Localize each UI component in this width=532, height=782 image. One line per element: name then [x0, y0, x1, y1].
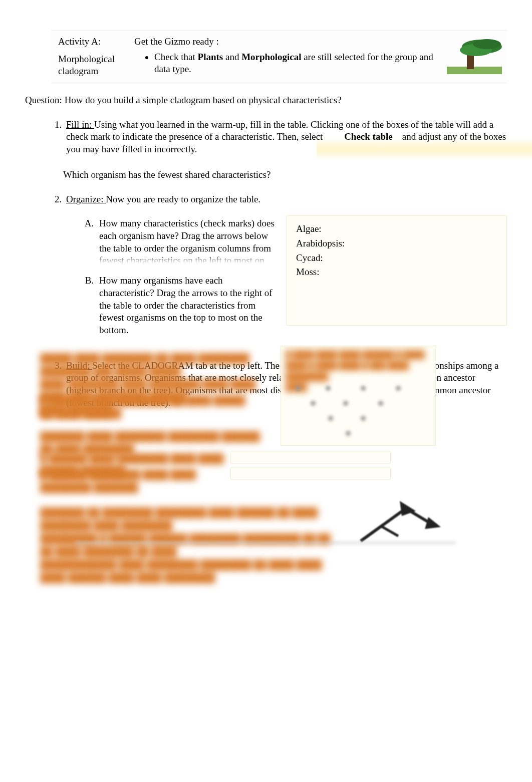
moss-label: Moss:	[296, 266, 497, 279]
gizmo-ready-item: Check that Plants and Morphological are …	[154, 51, 437, 76]
blur-text-6: ███████ ██ ████████ ████████ ████ ██████…	[40, 506, 341, 585]
main-ordered-list: Fill in: Using what you learned in the w…	[25, 119, 507, 409]
q2-answer-box[interactable]: Algae: Arabidopsis: Cycad: Moss:	[287, 215, 507, 326]
q1-lead-u: Fill in:	[66, 119, 94, 130]
gizmo-ready-cell: Get the Gizmo ready : Check that Plants …	[131, 30, 442, 83]
q3-lead-u: Build:	[66, 360, 92, 371]
blur-text-3: ███████ ████ ████████ ████████ ██████ ██…	[40, 430, 271, 456]
q2a-clip: How many characteristics (check marks) d…	[99, 217, 277, 264]
gizmo-text-b: and	[223, 52, 241, 62]
blur-answer-strip-2	[230, 467, 391, 480]
gizmo-text-a: Check that	[154, 52, 198, 62]
q2-sublist-wrap: How many characteristics (check marks) d…	[66, 205, 277, 347]
q1-lead: Fill in:	[66, 119, 94, 130]
q2-sublist: How many characteristics (check marks) d…	[66, 217, 277, 336]
q2-lead: Organize:	[66, 194, 106, 204]
activity-name-line2: cladogram	[58, 65, 128, 78]
cycad-label: Cycad:	[296, 252, 497, 265]
blur-divider	[75, 542, 456, 544]
activity-name-line1: Morphological	[58, 53, 128, 66]
gizmo-ready-title: Get the Gizmo ready :	[134, 36, 437, 48]
q3: Build: Select the CLADOGRAM tab at the t…	[64, 360, 507, 409]
arabidopsis-label: Arabidopsis:	[296, 237, 497, 250]
activity-title-cell: Activity A: Morphological cladogram	[51, 30, 131, 83]
algae-label: Algae:	[296, 223, 497, 235]
gizmo-ready-list: Check that Plants and Morphological are …	[134, 51, 437, 76]
q3-lead: Build:	[66, 360, 92, 371]
blur-answer-strip-1	[230, 451, 391, 464]
q2b-text: How many organisms have each characteris…	[99, 275, 273, 335]
q2a: How many characteristics (check marks) d…	[96, 217, 277, 264]
gizmo-text-morph: Morphological	[241, 52, 301, 62]
plant-icon	[447, 39, 502, 74]
plant-image-cell	[442, 30, 507, 83]
q2-body: Now you are ready to organize the table.	[106, 194, 260, 204]
activity-label: Activity A:	[58, 36, 128, 48]
activity-header: Activity A: Morphological cladogram Get …	[51, 30, 507, 83]
blur-dot	[346, 431, 351, 436]
svg-rect-0	[447, 67, 502, 74]
q2-columns: How many characteristics (check marks) d…	[66, 205, 507, 347]
q1-which-organism: Which organism has the fewest shared cha…	[63, 169, 507, 181]
blur-dot	[361, 416, 366, 421]
q2a-fade	[99, 252, 277, 264]
gizmo-text-plants: Plants	[198, 52, 223, 62]
q1: Fill in: Using what you learned in the w…	[64, 119, 507, 181]
arrow-icon	[351, 496, 456, 551]
blur-text-4: █ ██████ ████ ████████ ████ ████ ██████ …	[40, 452, 250, 478]
q2: Organize: Now you are ready to organize …	[64, 193, 507, 348]
question-heading: Question: How do you build a simple clad…	[25, 94, 507, 107]
blur-dot	[328, 416, 333, 421]
check-table-button-label: Check table	[344, 131, 393, 142]
q3-body: Select the CLADOGRAM tab at the top left…	[66, 360, 498, 408]
blur-text-5: █ ██████ ████████ ████ ████ ████████ ███…	[40, 468, 240, 494]
svg-point-4	[473, 39, 501, 49]
q2-lead-u: Organize:	[66, 194, 106, 204]
q2b: How many organisms have each characteris…	[96, 275, 277, 336]
